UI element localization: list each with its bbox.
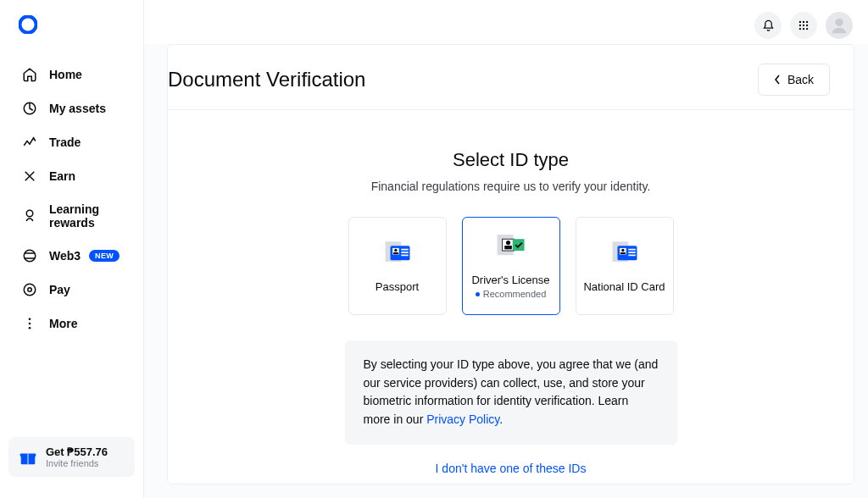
apps-button[interactable] bbox=[790, 12, 817, 39]
more-icon bbox=[22, 316, 37, 331]
license-icon bbox=[495, 233, 527, 262]
logo[interactable] bbox=[0, 15, 143, 58]
svg-rect-41 bbox=[628, 252, 636, 253]
svg-rect-34 bbox=[512, 239, 524, 251]
nav-web3[interactable]: Web3 NEW bbox=[0, 239, 143, 273]
svg-point-0 bbox=[19, 16, 36, 32]
svg-point-18 bbox=[799, 28, 801, 30]
svg-point-21 bbox=[835, 19, 843, 26]
svg-point-8 bbox=[29, 327, 31, 329]
recommended-label: Recommended bbox=[476, 289, 547, 299]
svg-point-38 bbox=[621, 248, 624, 251]
id-option-drivers-license[interactable]: Driver's License Recommended bbox=[462, 217, 560, 315]
svg-point-20 bbox=[806, 28, 808, 30]
id-option-national-id[interactable]: National ID Card bbox=[576, 217, 674, 315]
notifications-button[interactable] bbox=[754, 12, 782, 39]
invite-card[interactable]: Get ₱557.76 Invite friends bbox=[8, 437, 135, 477]
grid-icon bbox=[798, 19, 810, 31]
nav-label: Learning rewards bbox=[49, 202, 128, 230]
nav-label: Pay bbox=[49, 283, 70, 296]
chevron-left-icon bbox=[774, 75, 781, 85]
back-label: Back bbox=[787, 73, 814, 86]
invite-subtitle: Invite friends bbox=[46, 458, 108, 468]
id-name: National ID Card bbox=[583, 280, 665, 293]
id-option-passport[interactable]: Passport bbox=[348, 217, 447, 315]
svg-point-2 bbox=[26, 210, 33, 217]
home-icon bbox=[22, 67, 37, 82]
nav-learning[interactable]: Learning rewards bbox=[0, 193, 143, 239]
topbar bbox=[144, 0, 868, 44]
svg-rect-28 bbox=[401, 252, 409, 253]
nav-label: Web3 bbox=[49, 249, 81, 263]
svg-point-13 bbox=[803, 21, 804, 23]
svg-rect-29 bbox=[401, 254, 409, 256]
gift-icon bbox=[19, 448, 37, 467]
svg-rect-39 bbox=[620, 252, 625, 254]
avatar-icon bbox=[830, 16, 849, 35]
sidebar: Home My assets Trade Earn Learning rewar… bbox=[0, 0, 144, 498]
nav-earn[interactable]: Earn bbox=[0, 159, 143, 193]
no-id-link[interactable]: I don't have one of these IDs bbox=[257, 462, 765, 475]
avatar-button[interactable] bbox=[826, 12, 853, 39]
page-title: Document Verification bbox=[168, 68, 365, 91]
svg-rect-40 bbox=[628, 248, 636, 250]
select-subtitle: Financial regulations require us to veri… bbox=[257, 180, 765, 193]
nav-home[interactable]: Home bbox=[0, 58, 143, 91]
nav-assets[interactable]: My assets bbox=[0, 91, 143, 125]
svg-point-5 bbox=[28, 288, 32, 292]
svg-rect-11 bbox=[27, 453, 29, 464]
svg-rect-33 bbox=[504, 246, 512, 249]
bell-icon bbox=[762, 19, 775, 32]
id-name: Driver's License bbox=[471, 274, 549, 286]
svg-point-12 bbox=[799, 21, 801, 23]
svg-point-4 bbox=[24, 284, 36, 296]
nav-more[interactable]: More bbox=[0, 307, 143, 340]
passport-icon bbox=[383, 240, 412, 268]
svg-point-15 bbox=[799, 25, 801, 26]
earn-icon bbox=[22, 169, 37, 184]
svg-point-32 bbox=[505, 241, 509, 245]
svg-point-25 bbox=[394, 248, 397, 251]
svg-point-17 bbox=[806, 25, 808, 26]
trade-icon bbox=[22, 135, 37, 150]
nav-trade[interactable]: Trade bbox=[0, 125, 143, 159]
svg-point-3 bbox=[24, 250, 36, 262]
privacy-policy-link[interactable]: Privacy Policy bbox=[426, 412, 499, 426]
id-name: Passport bbox=[376, 280, 419, 293]
notice-after: . bbox=[499, 412, 503, 426]
svg-point-16 bbox=[803, 25, 804, 26]
nav-label: Earn bbox=[49, 169, 75, 183]
back-button[interactable]: Back bbox=[758, 64, 830, 96]
svg-rect-26 bbox=[392, 252, 398, 254]
nav-label: Home bbox=[49, 68, 82, 81]
assets-icon bbox=[22, 101, 37, 116]
svg-point-7 bbox=[29, 323, 31, 325]
main: Document Verification Back Select ID typ… bbox=[144, 0, 868, 498]
learning-icon bbox=[22, 208, 37, 224]
nav-pay[interactable]: Pay bbox=[0, 273, 143, 307]
nav-label: My assets bbox=[49, 102, 106, 115]
svg-rect-42 bbox=[628, 254, 636, 256]
svg-point-6 bbox=[29, 318, 31, 320]
nav-label: More bbox=[49, 317, 77, 330]
svg-point-19 bbox=[803, 28, 804, 30]
invite-title: Get ₱557.76 bbox=[46, 445, 108, 458]
notice-text: By selecting your ID type above, you agr… bbox=[364, 357, 659, 426]
national-id-icon bbox=[610, 240, 639, 268]
select-heading: Select ID type bbox=[257, 149, 765, 171]
consent-notice: By selecting your ID type above, you agr… bbox=[345, 340, 677, 445]
pay-icon bbox=[22, 282, 37, 297]
content-card: Document Verification Back Select ID typ… bbox=[167, 44, 854, 484]
svg-rect-27 bbox=[401, 248, 409, 250]
web3-icon bbox=[22, 248, 37, 263]
nav-label: Trade bbox=[49, 136, 81, 149]
svg-point-14 bbox=[806, 21, 808, 23]
new-badge: NEW bbox=[89, 250, 120, 262]
